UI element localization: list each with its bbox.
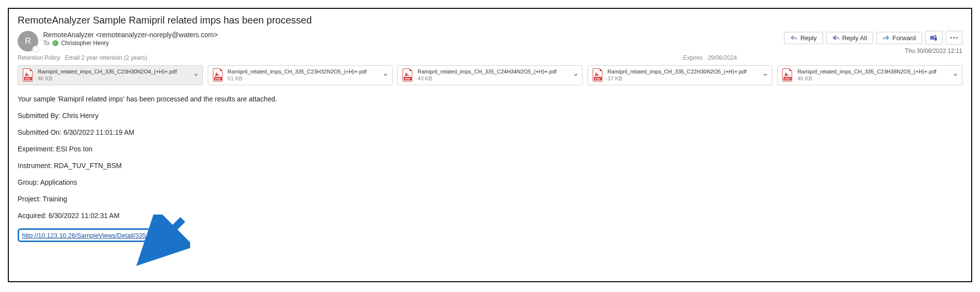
- attachments-row: PDF Ramipril_related_imps_CH_335_C23H30N…: [18, 65, 962, 85]
- presence-icon: [32, 46, 39, 52]
- attachment-size: 51 KB: [228, 75, 380, 82]
- verified-icon: ✓: [52, 40, 58, 46]
- attachment-name: Ramipril_related_imps_CH_335_C23H30N2O4_…: [38, 68, 190, 75]
- email-header: R RemoteAnalyzer <remoteanalyzer-noreply…: [18, 31, 962, 51]
- reply-button[interactable]: Reply: [784, 32, 823, 44]
- expires-value: 29/06/2024: [708, 54, 737, 61]
- attachment-name: Ramipril_related_imps_CH_335_C23H32N2O5_…: [228, 68, 380, 75]
- more-button[interactable]: [946, 31, 962, 45]
- chevron-down-icon[interactable]: [763, 71, 768, 79]
- svg-point-2: [950, 37, 952, 38]
- reply-all-button[interactable]: Reply All: [826, 32, 874, 44]
- svg-text:PDF: PDF: [25, 77, 31, 80]
- to-label: To: [43, 40, 49, 47]
- chevron-down-icon[interactable]: [953, 71, 958, 79]
- avatar: R: [18, 31, 38, 51]
- chevron-down-icon[interactable]: [383, 71, 388, 79]
- email-frame: RemoteAnalyzer Sample Ramipril related i…: [8, 8, 972, 282]
- attachment-item[interactable]: PDF Ramipril_related_imps_CH_335_C23H30N…: [18, 65, 203, 85]
- email-body: Your sample 'Ramipril related imps' has …: [18, 95, 962, 242]
- svg-text:PDF: PDF: [405, 77, 411, 80]
- attachment-item[interactable]: PDF Ramipril_related_imps_CH_335_C24H34N…: [397, 65, 583, 85]
- attachment-size: 43 KB: [417, 75, 569, 82]
- retention-row: Retention Policy Email 2 year retention …: [18, 54, 962, 61]
- email-subject: RemoteAnalyzer Sample Ramipril related i…: [18, 15, 962, 26]
- chevron-down-icon[interactable]: [194, 71, 198, 79]
- forward-icon: [882, 34, 889, 41]
- attachment-name: Ramipril_related_imps_CH_335_C24H34N2O5_…: [417, 68, 569, 75]
- forward-button[interactable]: Forward: [876, 32, 922, 44]
- svg-point-4: [956, 37, 957, 38]
- body-line-instrument: Instrument: RDA_TUV_FTN_BSM: [18, 162, 962, 170]
- svg-text:PDF: PDF: [215, 77, 221, 80]
- reply-label: Reply: [800, 34, 816, 42]
- body-line-intro: Your sample 'Ramipril related imps' has …: [18, 95, 962, 103]
- attachment-item[interactable]: PDF Ramipril_related_imps_CH_335_C23H32N…: [208, 65, 393, 85]
- expires-label: Expires: [683, 54, 703, 61]
- body-line-experiment: Experiment: ESI Pos Ion: [18, 145, 962, 153]
- received-timestamp: Thu 30/06/2022 12:11: [905, 48, 962, 54]
- avatar-initial: R: [25, 36, 31, 47]
- attachment-name: Ramipril_related_imps_CH_335_C23H38N2O5_…: [797, 68, 949, 75]
- link-highlight-box: http://10.123.10.26/SampleViews/Detail/3…: [18, 228, 150, 242]
- retention-policy-value: Email 2 year retention (2 years): [65, 54, 147, 61]
- svg-point-1: [934, 35, 936, 37]
- body-line-group: Group: Applications: [18, 178, 962, 186]
- teams-button[interactable]: [925, 31, 943, 45]
- teams-icon: [930, 33, 938, 42]
- svg-text:PDF: PDF: [595, 77, 601, 80]
- retention-policy-label: Retention Policy: [18, 54, 60, 61]
- body-line-project: Project: Training: [18, 195, 962, 203]
- reply-icon: [790, 34, 797, 41]
- from-address: RemoteAnalyzer <remoteanalyzer-noreply@w…: [43, 31, 779, 39]
- body-line-submitted-on: Submitted On: 6/30/2022 11:01:19 AM: [18, 128, 962, 136]
- svg-point-3: [953, 37, 955, 38]
- ellipsis-icon: [950, 37, 958, 39]
- body-line-submitted-by: Submitted By: Chris Henry: [18, 112, 962, 120]
- forward-label: Forward: [892, 34, 916, 42]
- to-name: Christopher Henry: [61, 40, 109, 47]
- attachment-size: 46 KB: [38, 75, 190, 82]
- attachment-size: 37 KB: [608, 75, 760, 82]
- body-line-acquired: Acquired: 6/30/2022 11:02:31 AM: [18, 212, 962, 219]
- reply-all-icon: [833, 34, 839, 41]
- svg-text:PDF: PDF: [784, 77, 790, 80]
- attachment-item[interactable]: PDF Ramipril_related_imps_CH_335_C22H30N…: [588, 65, 773, 85]
- action-bar: Reply Reply All Forward: [784, 31, 962, 45]
- attachment-size: 45 KB: [797, 75, 949, 82]
- chevron-down-icon[interactable]: [573, 71, 578, 79]
- reply-all-label: Reply All: [842, 34, 867, 42]
- sample-detail-link[interactable]: http://10.123.10.26/SampleViews/Detail/3…: [22, 232, 146, 239]
- attachment-name: Ramipril_related_imps_CH_335_C22H30N2O5_…: [608, 68, 760, 75]
- attachment-item[interactable]: PDF Ramipril_related_imps_CH_335_C23H38N…: [777, 65, 962, 85]
